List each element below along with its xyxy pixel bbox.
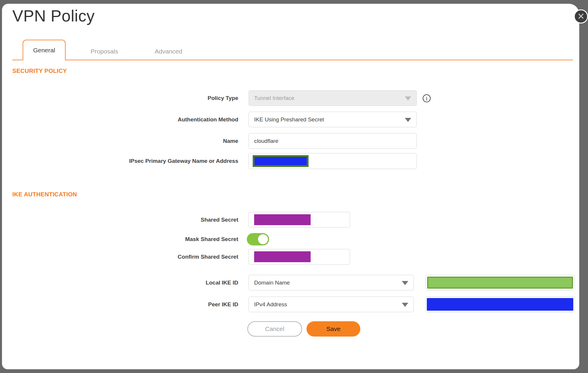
policy-type-value: Tunnel Interface	[254, 95, 294, 101]
section-security-policy: SECURITY POLICY	[12, 68, 67, 74]
dialog-title: VPN Policy	[12, 6, 95, 25]
policy-type-select: Tunnel Interface	[249, 90, 417, 106]
chevron-down-icon	[402, 303, 408, 307]
ipsec-primary-gateway-label: IPsec Primary Gateway Name or Address	[0, 153, 238, 169]
shared-secret-label: Shared Secret	[0, 212, 238, 228]
save-button[interactable]: Save	[307, 321, 360, 337]
confirm-shared-secret-input[interactable]	[249, 249, 350, 265]
info-icon-glyph: i	[426, 96, 427, 101]
redacted-shared-secret-value	[254, 214, 311, 225]
tab-advanced-label: Advanced	[155, 48, 182, 55]
tab-general-label: General	[33, 47, 55, 54]
peer-ike-id-value-input[interactable]	[425, 297, 575, 312]
name-label: Name	[0, 133, 238, 149]
info-icon[interactable]: i	[423, 94, 431, 102]
local-ike-id-value-input[interactable]	[425, 275, 575, 290]
local-ike-id-select[interactable]: Domain Name	[249, 275, 414, 290]
tab-general[interactable]: General	[23, 40, 66, 60]
cancel-button[interactable]: Cancel	[247, 321, 302, 337]
chevron-down-icon	[402, 281, 408, 285]
chevron-down-icon	[405, 96, 411, 101]
peer-ike-id-label: Peer IKE ID	[0, 297, 238, 312]
shared-secret-input[interactable]	[249, 212, 350, 228]
section-ike-authentication: IKE AUTHENTICATION	[12, 191, 77, 198]
tab-proposals[interactable]: Proposals	[91, 48, 118, 55]
redacted-peer-ike-id-value	[427, 298, 573, 311]
peer-ike-id-select[interactable]: IPv4 Address	[249, 297, 414, 312]
redacted-confirm-shared-secret-value	[254, 251, 311, 262]
peer-ike-id-type-value: IPv4 Address	[254, 301, 287, 308]
tab-strip-underline	[12, 60, 573, 60]
close-icon[interactable]: ✕	[574, 9, 588, 24]
policy-type-label: Policy Type	[0, 90, 238, 106]
local-ike-id-label: Local IKE ID	[0, 275, 238, 290]
mask-shared-secret-label: Mask Shared Secret	[0, 233, 238, 245]
chevron-down-icon	[405, 118, 411, 122]
redacted-local-ike-id-value	[427, 277, 573, 289]
authentication-method-value: IKE Using Preshared Secret	[254, 116, 324, 123]
name-value: cloudflare	[254, 138, 278, 144]
ipsec-primary-gateway-input[interactable]	[249, 153, 417, 169]
name-input[interactable]: cloudflare	[249, 133, 417, 149]
tab-proposals-label: Proposals	[91, 48, 118, 55]
redacted-gateway-value	[253, 155, 309, 167]
authentication-method-label: Authentication Method	[0, 112, 238, 127]
toggle-knob	[258, 234, 268, 244]
tab-advanced[interactable]: Advanced	[155, 48, 182, 55]
mask-shared-secret-toggle[interactable]	[247, 233, 269, 245]
local-ike-id-type-value: Domain Name	[254, 280, 290, 286]
confirm-shared-secret-label: Confirm Shared Secret	[0, 249, 238, 265]
authentication-method-select[interactable]: IKE Using Preshared Secret	[249, 112, 417, 127]
